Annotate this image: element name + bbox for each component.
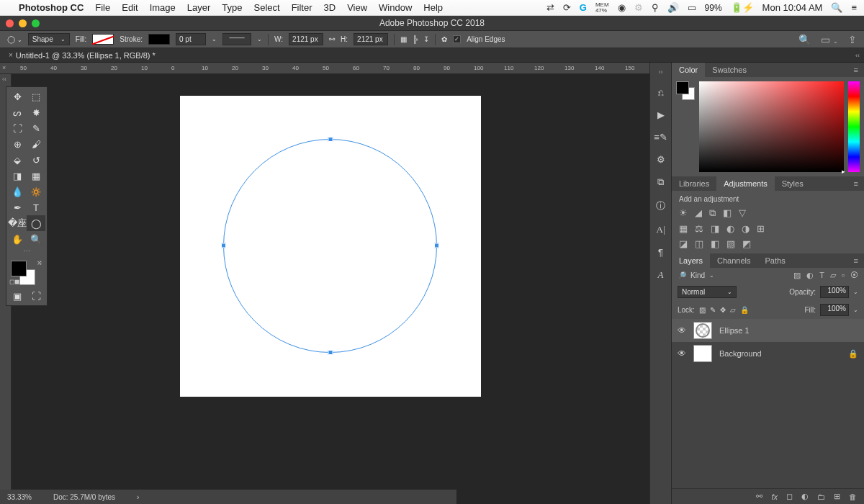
filter-kind-select[interactable]: ⌄ bbox=[709, 272, 714, 279]
adj-levels-icon[interactable]: ◢ bbox=[695, 207, 702, 219]
handle-bottom[interactable] bbox=[328, 350, 333, 355]
battery-icon[interactable]: 🔋⚡ bbox=[731, 2, 754, 13]
screen-icon[interactable]: ▭ bbox=[688, 2, 696, 13]
status-doc-size[interactable]: Doc: 25.7M/0 bytes bbox=[53, 493, 115, 501]
adj-poster-icon[interactable]: ◫ bbox=[695, 238, 703, 249]
close-tab-icon[interactable]: × bbox=[9, 51, 13, 60]
filter-smart-icon[interactable]: ▫ bbox=[842, 271, 845, 280]
adj-colorbal-icon[interactable]: ⚖ bbox=[695, 223, 703, 234]
panel-menu-icon-2[interactable]: ≡ bbox=[848, 176, 864, 191]
zoom-tool[interactable]: 🔍 bbox=[27, 231, 45, 247]
quickmask-tool[interactable]: ▣ bbox=[8, 288, 27, 304]
link-wh-icon[interactable]: ⚯ bbox=[329, 35, 335, 43]
move-tool[interactable]: ✥ bbox=[8, 89, 27, 104]
tab-swatches[interactable]: Swatches bbox=[705, 63, 754, 77]
lock-artboard-icon[interactable]: ▱ bbox=[730, 306, 736, 314]
mask-icon[interactable]: ◻ bbox=[786, 492, 793, 501]
menu-icon[interactable]: ≡ bbox=[851, 2, 857, 13]
ruler-v-collapse[interactable]: ‹‹ bbox=[2, 76, 6, 83]
adj-exposure-icon[interactable]: ◧ bbox=[723, 207, 732, 219]
stroke-style-chev[interactable]: ⌄ bbox=[257, 36, 262, 42]
blend-mode-select[interactable]: Normal⌄ bbox=[678, 286, 737, 298]
filter-type-icon[interactable]: T bbox=[819, 271, 824, 280]
status-more-icon[interactable]: › bbox=[137, 493, 139, 501]
tray-icon-bt[interactable]: ⚙ bbox=[634, 2, 643, 13]
fx-icon[interactable]: fx bbox=[771, 492, 778, 501]
share-icon[interactable]: ⇪ bbox=[848, 34, 857, 45]
quick-select-tool[interactable]: ✸ bbox=[27, 104, 45, 120]
filter-adj-icon[interactable]: ◐ bbox=[806, 271, 814, 280]
tool-mode-select[interactable]: Shape⌄ bbox=[28, 33, 70, 45]
lasso-tool[interactable]: ᔕ bbox=[8, 104, 27, 120]
fill-opacity-input[interactable]: 100% bbox=[820, 304, 849, 316]
gear-icon[interactable]: ✿ bbox=[441, 35, 447, 43]
eyedropper-tool[interactable]: ✎ bbox=[27, 120, 45, 136]
tray-icon-1[interactable]: ⇄ bbox=[546, 2, 554, 13]
clone-source-icon[interactable]: ⧉ bbox=[657, 176, 664, 188]
path-ops-icon[interactable]: ▦ bbox=[400, 35, 407, 43]
menu-help[interactable]: Help bbox=[423, 2, 443, 13]
adj-mixer-icon[interactable]: ◑ bbox=[742, 223, 750, 234]
fill-swatch[interactable] bbox=[92, 34, 114, 45]
adj-photo-icon[interactable]: ◐ bbox=[726, 223, 734, 234]
default-colors-icon[interactable]: ◻◼ bbox=[9, 278, 19, 285]
color-swatches[interactable]: ⤭ ◻◼ bbox=[9, 259, 44, 285]
adj-hue-icon[interactable]: ▦ bbox=[679, 223, 688, 234]
blur-tool[interactable]: 💧 bbox=[8, 184, 27, 199]
arrange-icon[interactable]: ↧ bbox=[423, 35, 429, 43]
brush-tool[interactable]: 🖌 bbox=[27, 136, 45, 152]
app-name[interactable]: Photoshop CC bbox=[19, 2, 84, 13]
tab-styles[interactable]: Styles bbox=[775, 176, 811, 191]
path-select-tool[interactable]: �座 bbox=[8, 215, 27, 231]
actions-panel-icon[interactable]: ▶ bbox=[657, 109, 665, 120]
visibility-icon[interactable]: 👁 bbox=[678, 325, 686, 336]
adj-vibrance-icon[interactable]: ▽ bbox=[739, 207, 746, 219]
status-zoom[interactable]: 33.33% bbox=[7, 493, 32, 501]
crop-tool[interactable]: ⛶ bbox=[8, 120, 27, 136]
adj-thresh-icon[interactable]: ◧ bbox=[711, 238, 719, 249]
adj-gradmap-icon[interactable]: ▧ bbox=[726, 238, 735, 249]
link-layers-icon[interactable]: ⚯ bbox=[756, 492, 762, 501]
lock-icon[interactable]: 🔒 bbox=[848, 349, 858, 359]
visibility-icon[interactable]: 👁 bbox=[678, 348, 686, 359]
tab-channels[interactable]: Channels bbox=[710, 253, 757, 268]
adj-bw-icon[interactable]: ◨ bbox=[711, 223, 719, 234]
filter-shape-icon[interactable]: ▱ bbox=[830, 271, 836, 280]
tray-icon-mem[interactable]: MEM47% bbox=[595, 2, 609, 14]
foreground-color[interactable] bbox=[11, 261, 27, 276]
canvas[interactable] bbox=[180, 96, 481, 397]
layer-name[interactable]: Ellipse 1 bbox=[719, 326, 750, 335]
menu-filter[interactable]: Filter bbox=[292, 2, 312, 13]
handle-left[interactable] bbox=[221, 243, 226, 248]
dodge-tool[interactable]: 🔅 bbox=[27, 184, 45, 199]
swap-colors-icon[interactable]: ⤭ bbox=[37, 259, 42, 266]
type-tool[interactable]: T bbox=[27, 199, 45, 215]
search-icon[interactable]: 🔍 bbox=[798, 34, 811, 45]
document-tab[interactable]: × Untitled-1 @ 33.3% (Ellipse 1, RGB/8) … bbox=[3, 50, 161, 61]
ruler-close-icon[interactable]: × bbox=[2, 64, 6, 71]
align-icon[interactable]: ╠ bbox=[413, 35, 418, 43]
tab-layers[interactable]: Layers bbox=[672, 253, 710, 268]
volume-icon[interactable]: 🔊 bbox=[667, 2, 679, 13]
workspace-icon[interactable]: ▭ ⌄ bbox=[821, 34, 838, 45]
menu-edit[interactable]: Edit bbox=[122, 2, 138, 13]
glyphs-panel-icon[interactable]: A bbox=[658, 269, 664, 281]
edit-toolbar-icon[interactable]: ⋯ bbox=[8, 247, 45, 256]
adj-invert-icon[interactable]: ◪ bbox=[679, 238, 688, 249]
menu-layer[interactable]: Layer bbox=[187, 2, 211, 13]
color-field[interactable]: ▸ bbox=[699, 81, 844, 172]
layer-name[interactable]: Background bbox=[719, 349, 762, 358]
stroke-width-chev[interactable]: ⌄ bbox=[212, 36, 217, 42]
stamp-tool[interactable]: ⬙ bbox=[8, 152, 27, 168]
pen-tool[interactable]: ✒ bbox=[8, 199, 27, 215]
menu-window[interactable]: Window bbox=[379, 2, 412, 13]
menu-type[interactable]: Type bbox=[222, 2, 242, 13]
stroke-width-input[interactable] bbox=[176, 33, 206, 45]
character-panel-icon[interactable]: A| bbox=[657, 224, 665, 235]
gradient-tool[interactable]: ▦ bbox=[27, 168, 45, 184]
panel-collapse-left[interactable]: ‹‹ bbox=[855, 52, 860, 59]
shape-ellipse[interactable] bbox=[223, 139, 437, 353]
marquee-tool[interactable]: ⬚ bbox=[27, 89, 45, 104]
filter-pixel-icon[interactable]: ▨ bbox=[793, 271, 801, 280]
screenmode-tool[interactable]: ⛶ bbox=[27, 288, 45, 304]
